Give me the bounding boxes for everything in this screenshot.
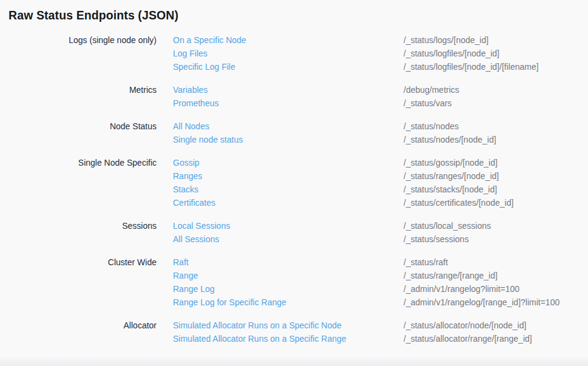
endpoint-path: /_admin/v1/rangelog/[range_id]?limit=100 — [404, 296, 580, 309]
endpoint-path: /_status/raft — [404, 256, 580, 269]
section-links: RaftRangeRange LogRange Log for Specific… — [173, 256, 387, 309]
endpoint-path: /_status/ranges/[node_id] — [404, 169, 580, 183]
endpoint-link[interactable]: Simulated Allocator Runs on a Specific N… — [173, 319, 387, 332]
endpoint-link[interactable]: Single node status — [173, 133, 387, 146]
endpoint-link[interactable]: Raft — [173, 256, 387, 269]
section-paths: /_status/logs/[node_id]/_status/logfiles… — [404, 33, 580, 73]
endpoint-path: /_status/certificates/[node_id] — [404, 196, 580, 209]
section-label: Logs (single node only) — [8, 33, 157, 73]
debug-page: Raw Status Endpoints (JSON) Logs (single… — [0, 0, 588, 345]
endpoint-path: /_status/sessions — [404, 232, 580, 246]
section-paths: /_status/gossip/[node_id]/_status/ranges… — [404, 156, 580, 209]
endpoint-link[interactable]: Variables — [173, 83, 387, 97]
section-paths: /_status/allocator/node/[node_id]/_statu… — [404, 319, 580, 345]
endpoint-path: /_status/local_sessions — [404, 219, 580, 232]
endpoint-path: /_status/nodes/[node_id] — [404, 133, 580, 146]
section-paths: /_status/local_sessions/_status/sessions — [404, 219, 580, 246]
endpoint-link[interactable]: Range Log for Specific Range — [173, 296, 387, 309]
endpoint-path: /_status/stacks/[node_id] — [404, 183, 580, 196]
endpoint-link[interactable]: Range — [173, 269, 387, 282]
endpoint-path: /_status/gossip/[node_id] — [404, 156, 580, 169]
endpoint-link[interactable]: Log Files — [173, 47, 387, 60]
endpoint-link[interactable]: Local Sessions — [173, 219, 387, 232]
endpoint-path: /debug/metrics — [404, 83, 580, 97]
section-label: Node Status — [8, 120, 157, 146]
endpoint-link[interactable]: Stacks — [173, 183, 387, 196]
endpoint-path: /_status/nodes — [404, 120, 580, 133]
endpoint-path: /_admin/v1/rangelog?limit=100 — [404, 282, 580, 296]
endpoint-link[interactable]: All Nodes — [173, 120, 387, 133]
page-title: Raw Status Endpoints (JSON) — [8, 7, 580, 23]
endpoint-path: /_status/allocator/range/[range_id] — [404, 332, 580, 345]
section-paths: /_status/nodes/_status/nodes/[node_id] — [404, 120, 580, 146]
section-paths: /_status/raft/_status/range/[range_id]/_… — [404, 256, 580, 309]
endpoint-link[interactable]: Gossip — [173, 156, 387, 169]
section-links: On a Specific NodeLog FilesSpecific Log … — [173, 33, 387, 73]
section-paths: /debug/metrics/_status/vars — [404, 83, 580, 110]
endpoint-link[interactable]: Range Log — [173, 282, 387, 296]
section-links: GossipRangesStacksCertificates — [173, 156, 387, 209]
section-label: Cluster Wide — [8, 256, 157, 309]
endpoint-link[interactable]: Certificates — [173, 196, 387, 209]
endpoint-path: /_status/logfiles/[node_id] — [404, 47, 580, 60]
endpoint-path: /_status/range/[range_id] — [404, 269, 580, 282]
section-label: Sessions — [8, 219, 157, 246]
section-links: All NodesSingle node status — [173, 120, 387, 146]
endpoint-link[interactable]: All Sessions — [173, 232, 387, 246]
endpoint-link[interactable]: On a Specific Node — [173, 33, 387, 47]
endpoints-grid: Logs (single node only)On a Specific Nod… — [8, 33, 580, 345]
section-label: Single Node Specific — [8, 156, 157, 209]
section-links: Local SessionsAll Sessions — [173, 219, 387, 246]
endpoint-link[interactable]: Prometheus — [173, 97, 387, 110]
endpoint-path: /_status/logfiles/[node_id]/[filename] — [404, 60, 580, 73]
section-links: VariablesPrometheus — [173, 83, 387, 110]
bottom-fade-divider — [0, 356, 588, 366]
endpoint-link[interactable]: Specific Log File — [173, 60, 387, 73]
section-label: Allocator — [8, 319, 157, 345]
endpoint-path: /_status/allocator/node/[node_id] — [404, 319, 580, 332]
endpoint-path: /_status/vars — [404, 97, 580, 110]
endpoint-link[interactable]: Ranges — [173, 169, 387, 183]
section-links: Simulated Allocator Runs on a Specific N… — [173, 319, 387, 345]
endpoint-path: /_status/logs/[node_id] — [404, 33, 580, 47]
endpoint-link[interactable]: Simulated Allocator Runs on a Specific R… — [173, 332, 387, 345]
section-label: Metrics — [8, 83, 157, 110]
